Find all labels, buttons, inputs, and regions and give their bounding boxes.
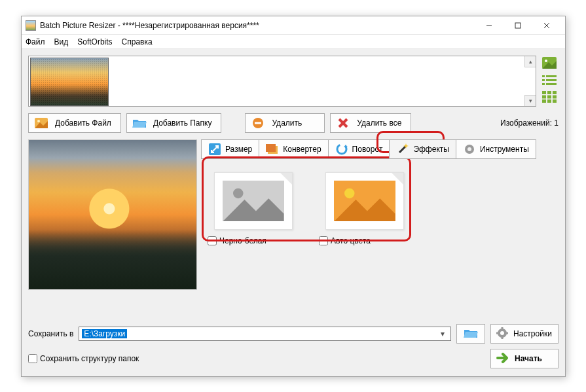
tab-convert[interactable]: Конвертер bbox=[259, 139, 328, 159]
folder-icon bbox=[464, 328, 478, 340]
tab-size[interactable]: Размер bbox=[201, 139, 259, 159]
title-bar: Batch Picture Resizer - ****Незарегистри… bbox=[22, 16, 565, 35]
svg-rect-13 bbox=[542, 91, 546, 94]
effect-bw-checkbox[interactable] bbox=[208, 236, 217, 245]
image-count-label: Изображений: 1 bbox=[500, 118, 559, 128]
effect-bw-label: Черно-белая bbox=[219, 236, 266, 245]
svg-rect-12 bbox=[546, 83, 557, 85]
svg-rect-31 bbox=[266, 144, 276, 152]
delete-all-icon bbox=[336, 116, 350, 130]
app-window: Batch Picture Resizer - ****Незарегистри… bbox=[21, 16, 566, 377]
tab-tools[interactable]: Инструменты bbox=[456, 139, 536, 159]
gear-icon bbox=[463, 143, 476, 156]
browse-folder-button[interactable] bbox=[456, 324, 485, 344]
svg-rect-26 bbox=[255, 122, 261, 124]
effect-bw-thumb bbox=[214, 172, 293, 230]
tab-effects-label: Эффекты bbox=[413, 145, 449, 154]
svg-rect-9 bbox=[542, 83, 545, 85]
svg-rect-8 bbox=[542, 79, 545, 81]
delete-label: Удалить bbox=[272, 118, 302, 128]
thumbnail-item[interactable] bbox=[30, 58, 109, 106]
scroll-down-button[interactable]: ▾ bbox=[524, 95, 536, 106]
preview-pane bbox=[28, 139, 197, 290]
view-large-icon[interactable] bbox=[541, 56, 558, 70]
scroll-up-button[interactable]: ▴ bbox=[524, 56, 536, 67]
delete-button[interactable]: Удалить bbox=[245, 113, 325, 133]
menu-view[interactable]: Вид bbox=[54, 37, 69, 46]
svg-marker-33 bbox=[344, 145, 348, 147]
settings-button[interactable]: Настройки bbox=[490, 324, 559, 344]
convert-icon bbox=[266, 143, 279, 156]
keep-folder-structure-check[interactable]: Сохранить структуру папок bbox=[28, 354, 139, 363]
start-arrow-icon bbox=[496, 353, 509, 365]
delete-all-button[interactable]: Удалить все bbox=[330, 113, 411, 133]
minimize-button[interactable] bbox=[475, 17, 504, 34]
start-label: Начать bbox=[515, 354, 542, 363]
svg-marker-41 bbox=[335, 198, 395, 221]
menu-softorbits[interactable]: SoftOrbits bbox=[77, 37, 112, 46]
svg-rect-11 bbox=[546, 79, 557, 81]
tab-convert-label: Конвертер bbox=[283, 145, 321, 154]
svg-marker-39 bbox=[223, 198, 284, 221]
add-folder-button[interactable]: Добавить Папку bbox=[126, 113, 222, 133]
add-file-label: Добавить Файл bbox=[55, 118, 111, 128]
tab-size-label: Размер bbox=[225, 145, 252, 154]
svg-line-34 bbox=[399, 146, 406, 152]
delete-all-label: Удалить все bbox=[357, 118, 401, 128]
maximize-button[interactable] bbox=[504, 17, 532, 34]
main-toolbar: Добавить Файл Добавить Папку Удалить Уда… bbox=[28, 113, 559, 133]
svg-rect-7 bbox=[542, 75, 545, 77]
close-button[interactable] bbox=[532, 17, 561, 34]
svg-rect-14 bbox=[547, 91, 551, 94]
keep-structure-checkbox[interactable] bbox=[28, 354, 37, 363]
view-list-icon[interactable] bbox=[541, 73, 558, 87]
delete-icon bbox=[251, 116, 265, 130]
svg-rect-10 bbox=[546, 75, 557, 77]
settings-label: Настройки bbox=[513, 329, 552, 338]
folder-open-icon bbox=[132, 116, 147, 130]
svg-point-37 bbox=[467, 147, 471, 151]
svg-point-43 bbox=[500, 331, 504, 335]
effect-card-autocolor: Авто цвета bbox=[319, 172, 411, 245]
effect-autocolor-label: Авто цвета bbox=[331, 236, 371, 245]
effect-bw-check[interactable]: Черно-белая bbox=[208, 236, 299, 245]
view-grid-icon[interactable] bbox=[541, 90, 558, 104]
add-file-button[interactable]: Добавить Файл bbox=[28, 113, 121, 133]
rotate-icon bbox=[335, 143, 348, 156]
svg-rect-15 bbox=[553, 91, 557, 94]
svg-rect-1 bbox=[515, 23, 521, 28]
preview-image bbox=[29, 140, 196, 289]
svg-rect-16 bbox=[542, 96, 546, 99]
svg-point-5 bbox=[545, 60, 547, 62]
tab-bar: Размер Конвертер Поворот Эффекты bbox=[201, 139, 559, 159]
menu-file[interactable]: Файл bbox=[26, 37, 45, 46]
svg-rect-21 bbox=[553, 99, 557, 103]
svg-point-23 bbox=[37, 120, 40, 122]
save-path-combo[interactable]: E:\Загрузки ▾ bbox=[79, 327, 451, 341]
menu-help[interactable]: Справка bbox=[122, 37, 153, 46]
window-title: Batch Picture Resizer - ****Незарегистри… bbox=[40, 21, 259, 30]
svg-rect-20 bbox=[547, 99, 551, 103]
tab-rotate[interactable]: Поворот bbox=[328, 139, 390, 159]
svg-rect-18 bbox=[553, 96, 557, 99]
add-folder-label: Добавить Папку bbox=[153, 118, 212, 128]
app-icon bbox=[26, 20, 36, 31]
effect-card-bw: Черно-белая bbox=[208, 172, 299, 245]
effect-autocolor-checkbox[interactable] bbox=[319, 236, 328, 245]
svg-rect-19 bbox=[542, 99, 546, 103]
svg-point-38 bbox=[233, 188, 244, 199]
menu-bar: Файл Вид SoftOrbits Справка bbox=[22, 35, 565, 49]
svg-point-40 bbox=[344, 188, 355, 199]
chevron-down-icon[interactable]: ▾ bbox=[437, 329, 448, 338]
save-in-label: Сохранить в bbox=[28, 329, 73, 338]
resize-icon bbox=[208, 143, 221, 156]
svg-rect-17 bbox=[547, 96, 551, 99]
thumbnail-list[interactable]: ▴ ▾ bbox=[28, 56, 536, 107]
save-path-value: E:\Загрузки bbox=[82, 329, 127, 338]
tab-effects[interactable]: Эффекты bbox=[389, 139, 456, 159]
effect-autocolor-check[interactable]: Авто цвета bbox=[319, 236, 411, 245]
tab-tools-label: Инструменты bbox=[480, 145, 529, 154]
effects-panel: Черно-белая Авто цвета bbox=[201, 163, 559, 252]
start-button[interactable]: Начать bbox=[490, 349, 559, 368]
gear-icon bbox=[496, 327, 508, 341]
